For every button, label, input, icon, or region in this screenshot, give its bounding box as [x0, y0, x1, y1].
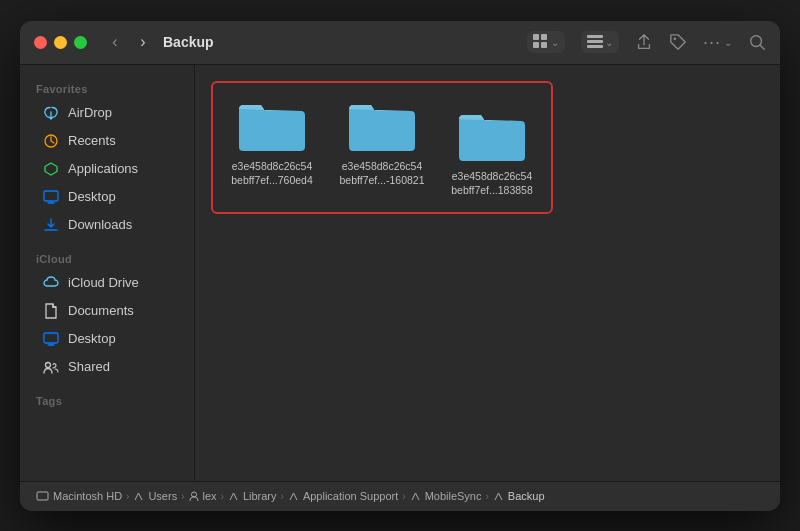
svg-rect-19 [37, 492, 48, 500]
svg-rect-4 [587, 35, 603, 38]
desktop-label: Desktop [68, 189, 116, 204]
svg-rect-11 [44, 191, 58, 201]
favorites-label: Favorites [20, 77, 194, 99]
finder-window: ‹ › Backup ⌄ ⌄ ··· [20, 21, 780, 511]
recents-label: Recents [68, 133, 116, 148]
desktop-icon [42, 188, 60, 206]
breadcrumb-arrow-2: › [181, 491, 184, 502]
folder-icon-0 [237, 97, 307, 153]
file-content: e3e458d8c26c54 bebff7ef...760ed4 e3e458d… [195, 65, 780, 481]
svg-rect-3 [541, 42, 547, 48]
breadcrumb-macintosh-hd[interactable]: Macintosh HD [36, 490, 122, 502]
sidebar-item-icloud-drive[interactable]: iCloud Drive [26, 269, 188, 297]
toolbar-right: ⌄ ⌄ ··· ⌄ [527, 31, 766, 53]
desktop-icloud-label: Desktop [68, 331, 116, 346]
sidebar-item-applications[interactable]: Applications [26, 155, 188, 183]
downloads-icon [42, 216, 60, 234]
tag-button[interactable] [669, 33, 687, 51]
forward-button[interactable]: › [131, 30, 155, 54]
folder-label-2: e3e458d8c26c54 bebff7ef...183858 [451, 169, 533, 198]
documents-label: Documents [68, 303, 134, 318]
breadcrumb-users[interactable]: Users [133, 490, 177, 502]
folder-label-1: e3e458d8c26c54 bebff7ef...-160821 [339, 159, 424, 188]
downloads-label: Downloads [68, 217, 132, 232]
minimize-button[interactable] [54, 36, 67, 49]
close-button[interactable] [34, 36, 47, 49]
folder-label-0: e3e458d8c26c54 bebff7ef...760ed4 [231, 159, 313, 188]
breadcrumb-application-support[interactable]: Application Support [288, 490, 398, 502]
tags-label: Tags [20, 389, 194, 411]
icloud-drive-icon [42, 274, 60, 292]
svg-rect-0 [533, 34, 539, 40]
svg-rect-1 [541, 34, 547, 40]
main-content: Favorites AirDrop Recents Applications [20, 65, 780, 481]
breadcrumb-bar: Macintosh HD › Users › lex › Library › A… [20, 481, 780, 511]
sidebar-item-desktop-icloud[interactable]: Desktop [26, 325, 188, 353]
svg-rect-5 [587, 40, 603, 43]
applications-icon [42, 160, 60, 178]
breadcrumb-mobilesync[interactable]: MobileSync [410, 490, 482, 502]
breadcrumb-arrow-5: › [402, 491, 405, 502]
svg-line-9 [760, 45, 764, 49]
icloud-drive-label: iCloud Drive [68, 275, 139, 290]
airdrop-icon [42, 104, 60, 122]
share-button[interactable] [635, 33, 653, 51]
svg-rect-2 [533, 42, 539, 48]
applications-label: Applications [68, 161, 138, 176]
shared-label: Shared [68, 359, 110, 374]
folder-item-1[interactable]: e3e458d8c26c54 bebff7ef...-160821 [337, 97, 427, 198]
breadcrumb-lex[interactable]: lex [189, 490, 217, 502]
breadcrumb-arrow-3: › [221, 491, 224, 502]
sidebar-item-airdrop[interactable]: AirDrop [26, 99, 188, 127]
svg-rect-6 [587, 45, 603, 48]
shared-icon [42, 358, 60, 376]
breadcrumb-arrow-4: › [281, 491, 284, 502]
svg-point-18 [46, 362, 51, 367]
more-button[interactable]: ··· ⌄ [703, 32, 732, 53]
fullscreen-button[interactable] [74, 36, 87, 49]
view-icon-toggle[interactable]: ⌄ [527, 31, 565, 53]
folder-icon-2 [457, 107, 527, 163]
folder-grid: e3e458d8c26c54 bebff7ef...760ed4 e3e458d… [211, 81, 553, 214]
traffic-lights [34, 36, 87, 49]
view-list-toggle[interactable]: ⌄ [581, 31, 619, 53]
breadcrumb-arrow-1: › [126, 491, 129, 502]
svg-point-20 [191, 492, 196, 497]
recents-icon [42, 132, 60, 150]
search-button[interactable] [748, 33, 766, 51]
back-button[interactable]: ‹ [103, 30, 127, 54]
svg-point-7 [673, 38, 676, 41]
svg-rect-15 [44, 333, 58, 343]
icloud-label: iCloud [20, 247, 194, 269]
nav-buttons: ‹ › [103, 30, 155, 54]
documents-icon [42, 302, 60, 320]
desktop-icloud-icon [42, 330, 60, 348]
folder-item-2[interactable]: e3e458d8c26c54 bebff7ef...183858 [447, 107, 537, 198]
titlebar: ‹ › Backup ⌄ ⌄ ··· [20, 21, 780, 65]
sidebar-item-documents[interactable]: Documents [26, 297, 188, 325]
folder-icon-1 [347, 97, 417, 153]
breadcrumb-backup[interactable]: Backup [493, 490, 545, 502]
airdrop-label: AirDrop [68, 105, 112, 120]
sidebar: Favorites AirDrop Recents Applications [20, 65, 195, 481]
sidebar-item-downloads[interactable]: Downloads [26, 211, 188, 239]
breadcrumb-library[interactable]: Library [228, 490, 277, 502]
sidebar-item-shared[interactable]: Shared [26, 353, 188, 381]
window-title: Backup [163, 34, 214, 50]
sidebar-item-desktop[interactable]: Desktop [26, 183, 188, 211]
breadcrumb-arrow-6: › [485, 491, 488, 502]
sidebar-item-recents[interactable]: Recents [26, 127, 188, 155]
folder-item-0[interactable]: e3e458d8c26c54 bebff7ef...760ed4 [227, 97, 317, 198]
